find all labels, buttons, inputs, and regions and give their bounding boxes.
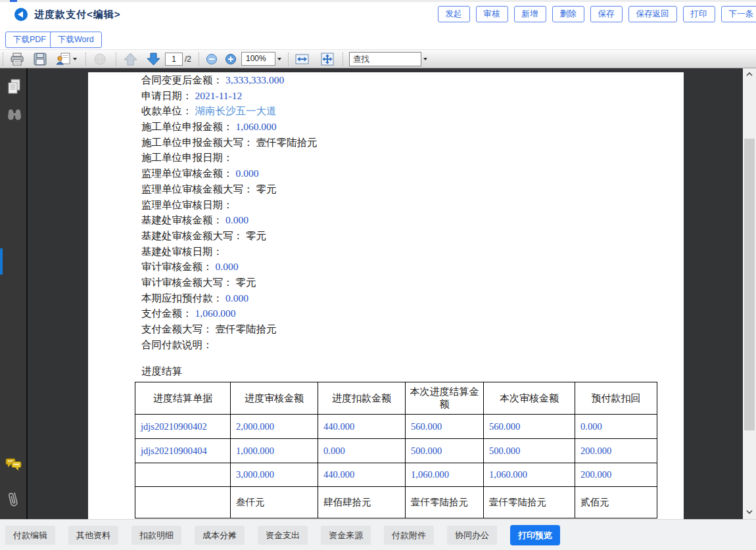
export-icon[interactable] [54,51,79,67]
pdf-viewer: 合同变更后金额：3,333,333.000 申请日期：2021-11-12 收款… [0,68,756,519]
viewer-scrollbar[interactable] [743,68,756,519]
table-header-row: 进度结算单据 进度审核金额 进度扣款金额 本次进度结算金额 本次审核金额 预付款… [135,382,657,415]
tab-other-documents[interactable]: 其他资料 [68,526,118,545]
scroll-down-icon[interactable] [743,506,756,517]
scroll-up-icon[interactable] [743,68,756,80]
cell: 1,000.000 [231,439,318,463]
zoom-out-icon[interactable] [204,51,220,67]
cell [135,487,231,518]
toolbar-group-handle [3,53,3,66]
pdf-page: 合同变更后金额：3,333,333.000 申请日期：2021-11-12 收款… [88,72,684,519]
doc-field-contractor-declared-date: 施工单位申报日期： [141,150,684,166]
download-pdf-button[interactable]: 下载PDF [5,32,54,48]
cell [135,463,231,487]
doc-field-contractor-declared-amount: 施工单位申报金额：1,060.000 [141,119,684,135]
print-button[interactable]: 打印 [683,6,715,22]
viewer-sidebar [0,68,28,519]
col-header: 本次审核金额 [484,382,575,415]
doc-field-supervisor-audit-amount-caps: 监理单位审核金额大写：零元 [141,181,684,197]
tab-payment-attachment[interactable]: 付款附件 [384,526,434,545]
tab-payment-edit[interactable]: 付款编辑 [5,526,55,545]
doc-field-payment-amount: 支付金额：1,060.000 [141,306,684,321]
cell: 0.000 [575,415,657,439]
add-button[interactable]: 新增 [514,6,546,22]
toolbar-group-handle [343,53,343,66]
doc-field-payment-amount-caps: 支付金额大写：壹仟零陆拾元 [141,321,684,337]
page-count-label: /2 [185,55,191,64]
download-word-button[interactable]: 下载Word [50,32,102,48]
cell: 440.000 [318,415,406,439]
cell: 560.000 [406,415,484,439]
cell: 壹仟零陆拾元 [406,487,484,518]
save-button[interactable]: 保存 [590,6,623,22]
bottom-tab-bar: 付款编辑 其他资料 扣款明细 成本分摊 资金支出 资金来源 付款附件 协同办公 … [0,519,756,550]
cell: 壹仟零陆拾元 [484,487,575,518]
cell: 贰佰元 [575,487,657,518]
doc-field-infrastructure-audit-amount: 基建处审核金额：0.000 [141,212,684,228]
arrow-left-icon [18,11,23,18]
tab-deduction-detail[interactable]: 扣款明细 [131,526,181,545]
cell: 肆佰肆拾元 [318,487,406,518]
initiate-button[interactable]: 发起 [438,6,470,22]
cell: 560.000 [484,415,575,439]
app-header: 进度款支付<编辑> 发起 审核 新增 删除 保存 保存返回 打印 下一条 [0,2,756,30]
toolbar-group-handle [85,53,86,66]
doc-field-prepayment-deduction: 本期应扣预付款：0.000 [141,290,684,306]
doc-field-supervisor-audit-date: 监理单位审核日期： [141,197,684,213]
zoom-level-select[interactable]: 100% [241,52,275,66]
zoom-in-icon[interactable] [223,51,239,67]
pdf-toolbar: /2 100% [0,49,756,68]
tab-print-preview[interactable]: 打印预览 [510,525,560,545]
cell: 2,000.000 [231,415,318,439]
doc-field-contractor-declared-amount-caps: 施工单位申报金额大写：壹仟零陆拾元 [141,135,684,150]
tab-collaboration[interactable]: 协同办公 [447,526,497,545]
tab-cost-allocation[interactable]: 成本分摊 [195,526,245,545]
export-caret-icon [73,58,77,60]
web-capture-icon [91,51,109,67]
back-button[interactable] [14,8,28,21]
progress-settlement-table: 进度结算单据 进度审核金额 进度扣款金额 本次进度结算金额 本次审核金额 预付款… [135,382,657,518]
page-thumbnails-icon[interactable] [7,79,22,98]
comments-icon[interactable] [5,457,22,474]
doc-field-contract-changed-amount: 合同变更后金额：3,333,333.000 [141,72,684,88]
page-number-input[interactable] [165,53,183,66]
print-icon[interactable] [8,51,26,67]
header-action-bar: 发起 审核 新增 删除 保存 保存返回 打印 下一条 [438,6,756,22]
cell: 200.000 [575,439,657,463]
table-totals-row: 3,000.000 440.000 1,060.000 1,060.000 20… [135,463,657,487]
col-header: 预付款扣回 [575,382,657,415]
save-icon[interactable] [32,51,49,67]
save-return-button[interactable]: 保存返回 [628,6,677,22]
next-page-icon[interactable] [144,51,163,67]
cell: 0.000 [318,439,406,463]
paperclip-icon[interactable] [7,490,20,511]
doc-field-audit-amount-caps: 审计审核金额大写：零元 [141,275,684,290]
binoculars-icon[interactable] [7,109,22,124]
tab-fund-expense[interactable]: 资金支出 [258,526,308,545]
doc-field-contract-payment-note: 合同付款说明： [141,337,684,353]
toolbar-group-handle [199,53,199,66]
cell: 200.000 [575,463,657,487]
doc-field-payee-unit: 收款单位：湖南长沙五一大道 [141,103,684,119]
table-section-title: 进度结算 [141,363,684,379]
sidebar-selection-indicator [0,248,3,275]
find-input[interactable] [349,52,421,66]
scrollbar-thumb[interactable] [744,139,755,430]
cell: 500.000 [484,439,575,463]
fit-width-icon[interactable] [293,51,311,67]
tab-fund-source[interactable]: 资金来源 [321,526,371,545]
document-fields: 合同变更后金额：3,333,333.000 申请日期：2021-11-12 收款… [141,72,684,518]
doc-field-infrastructure-audit-date: 基建处审核日期： [141,244,684,260]
doc-field-apply-date: 申请日期：2021-11-12 [141,88,684,104]
fit-page-icon[interactable] [319,51,336,67]
delete-button[interactable]: 删除 [552,6,584,22]
review-button[interactable]: 审核 [476,6,508,22]
cell: 500.000 [406,439,484,463]
table-row: jdjs20210900402 2,000.000 440.000 560.00… [135,415,657,439]
zoom-caret-icon[interactable] [277,58,281,60]
find-caret-icon[interactable] [423,58,427,60]
cell: 3,000.000 [231,463,318,487]
cell: jdjs20210900404 [135,439,231,463]
next-record-button[interactable]: 下一条 [721,6,756,22]
table-caps-row: 叁仟元 肆佰肆拾元 壹仟零陆拾元 壹仟零陆拾元 贰佰元 [135,487,657,518]
